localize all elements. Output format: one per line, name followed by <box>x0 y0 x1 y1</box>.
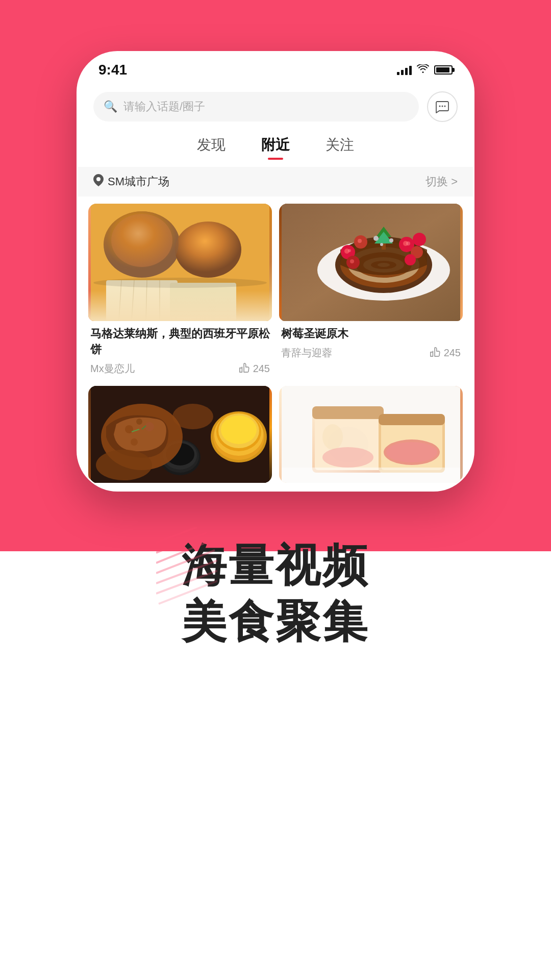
wifi-icon <box>417 64 429 76</box>
card-chicken[interactable] <box>88 386 272 483</box>
svg-point-43 <box>405 254 416 265</box>
svg-point-65 <box>96 450 152 480</box>
card-roll-cake[interactable]: 树莓圣诞原木 青辞与迎蓉 245 <box>279 204 463 379</box>
status-time: 9:41 <box>98 62 127 78</box>
svg-point-0 <box>439 106 441 107</box>
search-icon: 🔍 <box>104 100 117 113</box>
card-muffin-like-count: 245 <box>253 363 270 375</box>
card-chicken-image <box>88 386 272 483</box>
svg-point-36 <box>358 239 362 243</box>
tab-bar: 发现 附近 关注 <box>78 130 473 167</box>
card-roll-cake-title: 树莓圣诞原木 <box>281 326 461 342</box>
svg-point-61 <box>145 422 154 431</box>
svg-point-2 <box>444 106 446 107</box>
svg-point-78 <box>322 447 373 468</box>
card-muffin-info: 马格达莱纳斯，典型的西班牙平原松饼 Mx曼恋儿 245 <box>88 321 272 379</box>
card-roll-cake-meta: 青辞与迎蓉 245 <box>281 346 461 360</box>
status-bar: 9:41 <box>78 53 473 83</box>
signal-icon <box>397 65 412 75</box>
card-muffin-title: 马格达莱纳斯，典型的西班牙平原松饼 <box>90 326 270 358</box>
svg-line-80 <box>156 527 197 543</box>
card-roll-cake-like-count: 245 <box>444 347 461 359</box>
content-grid: 马格达莱纳斯，典型的西班牙平原松饼 Mx曼恋儿 245 <box>78 197 473 490</box>
svg-line-85 <box>156 571 217 594</box>
search-placeholder: 请输入话题/圈子 <box>123 99 205 114</box>
location-name: SM城市广场 <box>108 174 169 189</box>
card-muffin[interactable]: 马格达莱纳斯，典型的西班牙平原松饼 Mx曼恋儿 245 <box>88 204 272 379</box>
svg-rect-70 <box>312 406 384 419</box>
svg-point-72 <box>322 424 343 450</box>
svg-point-31 <box>389 238 393 242</box>
card-muffin-likes: 245 <box>239 362 270 376</box>
card-muffin-author: Mx曼恋儿 <box>90 362 135 376</box>
svg-point-16 <box>93 278 267 288</box>
card-bread[interactable] <box>279 386 463 483</box>
svg-point-77 <box>386 442 437 462</box>
status-icons <box>397 64 453 76</box>
svg-point-15 <box>111 214 172 267</box>
svg-point-3 <box>96 177 101 181</box>
svg-rect-75 <box>379 414 445 425</box>
signal-bar-4 <box>409 66 412 75</box>
location-switch-button[interactable]: 切换 > <box>425 174 458 189</box>
card-roll-cake-image <box>279 204 463 321</box>
location-left: SM城市广场 <box>93 174 169 189</box>
location-pin-icon <box>93 174 104 189</box>
svg-point-30 <box>373 236 379 241</box>
svg-line-86 <box>159 581 217 604</box>
signal-bar-1 <box>397 72 399 75</box>
phone-frame: 9:41 🔍 请输入话题/ <box>77 51 474 492</box>
svg-line-84 <box>156 560 217 583</box>
svg-line-83 <box>156 550 215 573</box>
decoration-lines <box>156 527 207 599</box>
tab-nearby[interactable]: 附近 <box>261 135 290 159</box>
svg-point-32 <box>380 243 383 246</box>
svg-point-45 <box>406 241 410 246</box>
like-icon-2 <box>430 346 441 360</box>
search-box[interactable]: 🔍 请输入话题/圈子 <box>93 92 419 121</box>
message-button[interactable] <box>427 91 458 122</box>
tab-follow[interactable]: 关注 <box>325 135 354 159</box>
svg-point-53 <box>221 415 257 444</box>
svg-line-82 <box>156 540 212 563</box>
svg-line-81 <box>156 532 207 553</box>
svg-rect-79 <box>282 468 460 483</box>
svg-point-44 <box>348 249 351 252</box>
svg-rect-9 <box>170 283 236 321</box>
svg-point-1 <box>442 106 443 107</box>
bottom-section: 海量视频 美食聚集 <box>141 507 410 691</box>
svg-point-40 <box>413 233 426 246</box>
like-icon <box>239 362 250 376</box>
svg-point-42 <box>350 259 354 263</box>
card-roll-cake-author: 青辞与迎蓉 <box>281 346 332 360</box>
location-bar: SM城市广场 切换 > <box>78 167 473 197</box>
battery-fill <box>436 67 449 72</box>
card-roll-cake-info: 树莓圣诞原木 青辞与迎蓉 245 <box>279 321 463 363</box>
svg-point-60 <box>136 419 142 425</box>
card-muffin-image <box>88 204 272 321</box>
tab-discover[interactable]: 发现 <box>197 135 226 159</box>
card-muffin-meta: Mx曼恋儿 245 <box>90 362 270 376</box>
svg-point-62 <box>131 438 138 446</box>
svg-point-7 <box>175 222 241 278</box>
svg-point-66 <box>172 404 213 429</box>
card-bread-image <box>279 386 463 483</box>
signal-bar-3 <box>405 68 408 75</box>
signal-bar-2 <box>401 70 404 75</box>
card-roll-cake-likes: 245 <box>430 346 461 360</box>
search-area: 🔍 请输入话题/圈子 <box>78 83 473 130</box>
battery-icon <box>434 65 453 75</box>
